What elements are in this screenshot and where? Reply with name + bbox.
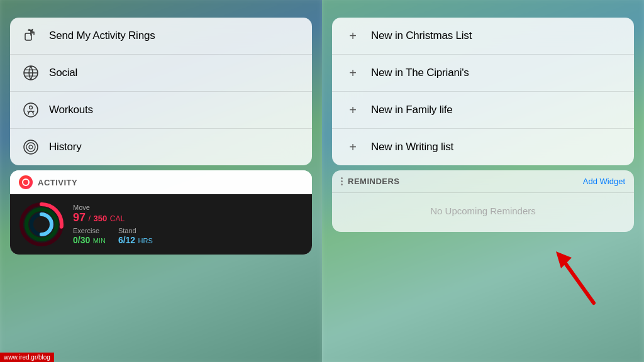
- christmas-label: New in Christmas List: [371, 30, 472, 42]
- social-label: Social: [49, 67, 77, 79]
- cipriani-label: New in The Cipriani's: [371, 67, 469, 79]
- share-icon: [21, 26, 40, 45]
- exercise-value: 0/30: [73, 235, 90, 245]
- move-goal: 350: [94, 214, 108, 223]
- stand-label: Stand: [118, 227, 153, 234]
- activity-widget-title: ACTIVITY: [38, 178, 77, 187]
- red-arrow-svg: [543, 234, 619, 309]
- exercise-value-row: 0/30 MIN: [73, 234, 106, 246]
- svg-point-7: [23, 179, 29, 185]
- move-stat: Move 97 / 350 CAL: [73, 204, 303, 224]
- dots-icon: [341, 177, 343, 185]
- menu-item-writing[interactable]: + New in Writing list: [332, 129, 634, 165]
- menu-item-cipriani[interactable]: + New in The Cipriani's: [332, 55, 634, 92]
- family-label: New in Family life: [371, 104, 453, 116]
- exercise-label: Exercise: [73, 227, 106, 234]
- menu-item-workouts[interactable]: Workouts: [10, 92, 312, 129]
- plus-icon-family: +: [343, 101, 362, 119]
- move-label: Move: [73, 204, 303, 211]
- move-current: 97: [73, 211, 86, 224]
- activity-context-menu: Send My Activity Rings Social: [10, 18, 312, 165]
- plus-icon-writing: +: [343, 138, 362, 156]
- activity-widget-header: ACTIVITY: [10, 170, 312, 194]
- move-unit: CAL: [110, 214, 125, 223]
- plus-icon-cipriani: +: [343, 63, 362, 82]
- left-content: Send My Activity Rings Social: [0, 0, 322, 362]
- history-label: History: [49, 141, 82, 153]
- menu-item-send-activity[interactable]: Send My Activity Rings: [10, 18, 312, 55]
- reminders-widget: REMINDERS Add Widget No Upcoming Reminde…: [332, 170, 634, 232]
- svg-point-4: [24, 140, 38, 154]
- ired-badge: www.ired.gr/blog: [0, 353, 54, 362]
- history-icon: [21, 138, 40, 156]
- svg-point-2: [24, 103, 38, 117]
- svg-point-5: [26, 143, 35, 151]
- activity-stats: Move 97 / 350 CAL Exercise 0/30: [73, 204, 303, 246]
- exercise-unit: MIN: [93, 237, 106, 244]
- stand-stat: Stand 6/12 HRS: [118, 227, 153, 246]
- social-icon: [21, 63, 40, 82]
- workouts-label: Workouts: [49, 104, 93, 116]
- right-panel: + New in Christmas List + New in The Cip…: [322, 0, 644, 362]
- move-value: 97 / 350 CAL: [73, 211, 303, 224]
- add-widget-button[interactable]: Add Widget: [583, 177, 625, 186]
- stand-unit: HRS: [138, 237, 153, 244]
- menu-item-social[interactable]: Social: [10, 55, 312, 92]
- svg-point-3: [30, 106, 33, 109]
- move-separator: /: [88, 214, 91, 223]
- stand-value: 6/12: [118, 235, 135, 245]
- activity-app-icon: [19, 175, 33, 189]
- exercise-stat: Exercise 0/30 MIN: [73, 227, 106, 246]
- menu-item-history[interactable]: History: [10, 129, 312, 165]
- menu-item-christmas[interactable]: + New in Christmas List: [332, 18, 634, 55]
- workout-icon: [21, 101, 40, 119]
- left-panel: Send My Activity Rings Social: [0, 0, 322, 362]
- activity-widget: ACTIVITY: [10, 170, 312, 255]
- writing-label: New in Writing list: [371, 141, 453, 153]
- svg-point-6: [29, 145, 33, 149]
- red-arrow-container: [543, 234, 619, 312]
- send-activity-label: Send My Activity Rings: [49, 30, 155, 42]
- reminders-widget-body: No Upcoming Reminders: [332, 193, 634, 232]
- stand-value-row: 6/12 HRS: [118, 234, 153, 246]
- reminders-widget-title: REMINDERS: [348, 177, 400, 186]
- reminders-widget-header: REMINDERS Add Widget: [332, 170, 634, 193]
- exercise-stand-stats: Exercise 0/30 MIN Stand 6/12 HRS: [73, 227, 303, 246]
- reminders-context-menu: + New in Christmas List + New in The Cip…: [332, 18, 634, 165]
- plus-icon-christmas: +: [343, 26, 362, 45]
- no-reminders-text: No Upcoming Reminders: [430, 206, 536, 216]
- reminders-header-left: REMINDERS: [341, 177, 400, 186]
- menu-item-family[interactable]: + New in Family life: [332, 92, 634, 129]
- svg-line-14: [562, 259, 594, 303]
- activity-rings: [19, 202, 64, 247]
- activity-widget-body: Move 97 / 350 CAL Exercise 0/30: [10, 194, 312, 255]
